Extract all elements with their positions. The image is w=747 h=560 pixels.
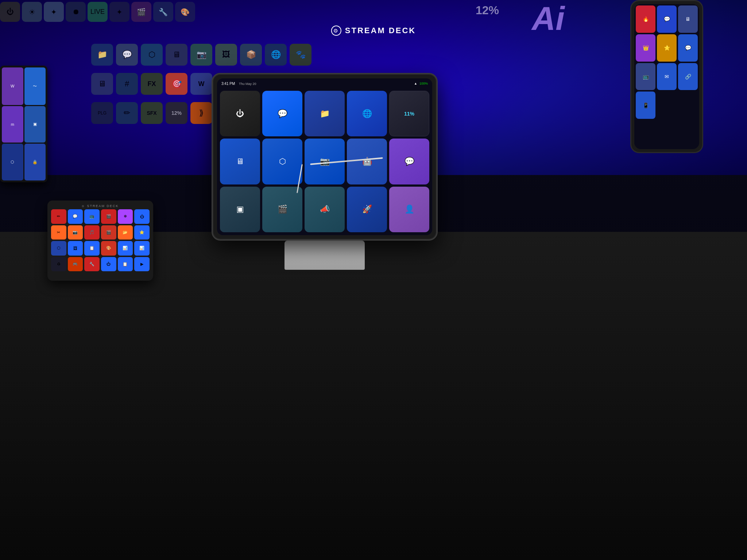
status-right: ▲ 100% — [414, 82, 428, 85]
bg-icon2-8: 🌐 — [265, 44, 287, 66]
bg-icons-row4: PLG ✏ SFX 12% ⟫ — [91, 102, 212, 124]
phone-btn-10[interactable]: 📱 — [636, 92, 655, 119]
ipad-btn-folder[interactable]: 📁 — [305, 91, 345, 136]
bg-icon2-4: 🖥 — [166, 44, 187, 66]
small-deck-logo-text: STREAM DECK — [87, 204, 119, 208]
small-deck-logo-icon: ⊙ — [82, 205, 85, 208]
small-deck-logo: ⊙ STREAM DECK — [51, 204, 150, 208]
ipad-btn-face[interactable]: 🤖 — [347, 139, 387, 184]
phone-btn-7[interactable]: 📺 — [636, 63, 655, 90]
bg-icons-row1: ⏻ ☀ ✦ ⏺ LIVE ✦ 🎬 🔧 🎨 — [0, 2, 195, 22]
small-btn-8[interactable]: 📷 — [68, 225, 83, 240]
left-device-grid: W 〜 m ▣ ⬡ 🔒 — [2, 67, 46, 180]
cpu-percent-label: 11% — [404, 111, 414, 117]
ipad-button-grid: ⏻ 💬 📁 🌐 11% 🖥 ⬡ 📷 🤖 💬 ▣ 🎬 📣 🚀 👤 — [220, 91, 429, 232]
phone-btn-2[interactable]: 💬 — [657, 5, 677, 33]
small-btn-22[interactable]: ⏻ — [101, 257, 116, 272]
phone-screen: 🔥 💬 🖥 👑 ⭐ 💬 📺 ✉ 🔗 📱 — [634, 4, 699, 149]
ipad-btn-rocket[interactable]: 🚀 — [347, 187, 387, 232]
ai-text-bg: Ai — [532, 0, 565, 38]
bg-icon2-2: 💬 — [116, 44, 138, 66]
ipad-btn-chat[interactable]: 💬 — [262, 91, 302, 136]
ipad-btn-cpu[interactable]: 11% — [389, 91, 429, 136]
percent-text-bg: 12% — [476, 4, 499, 17]
small-btn-9[interactable]: 🎵 — [84, 225, 100, 240]
ipad-btn-chat-purple[interactable]: 💬 — [389, 139, 429, 184]
bg-icon-sun: ☀ — [22, 2, 42, 22]
bg-icon3-1: 🖥 — [91, 73, 113, 95]
left-btn-5: ⬡ — [2, 144, 23, 180]
small-btn-14[interactable]: 🖼 — [68, 241, 83, 256]
phone-btn-1[interactable]: 🔥 — [636, 5, 655, 33]
small-btn-10[interactable]: 🎬 — [101, 225, 116, 240]
bg-icon4-5: ⟫ — [190, 102, 212, 124]
ipad-btn-film[interactable]: 🎬 — [262, 187, 302, 232]
phone-btn-3[interactable]: 🖥 — [678, 5, 698, 33]
bg-icon4-4: 12% — [166, 102, 187, 124]
bg-icon3-3: FX — [141, 73, 163, 95]
small-btn-18[interactable]: 📊 — [134, 241, 150, 256]
bg-icon4-1: PLG — [91, 102, 113, 124]
bg-icon2-9: 🐾 — [290, 44, 311, 66]
small-btn-5[interactable]: ❄ — [118, 209, 133, 224]
monitor-stream-deck-logo: ⊙ STREAM DECK — [331, 26, 416, 36]
bg-icon-record: ⏺ — [66, 2, 86, 22]
small-btn-2[interactable]: 💬 — [68, 209, 83, 224]
small-btn-16[interactable]: 🎨 — [101, 241, 116, 256]
left-device: W 〜 m ▣ ⬡ 🔒 — [0, 66, 47, 182]
phone-btn-5[interactable]: ⭐ — [657, 34, 677, 62]
ipad-statusbar: 3:41 PM Thu May 20 ▲ 100% — [217, 78, 432, 89]
phone-btn-9[interactable]: 🔗 — [678, 63, 698, 90]
bg-icon4-2: ✏ — [116, 102, 138, 124]
bg-icon2-7: 📦 — [240, 44, 262, 66]
phone-btn-8[interactable]: ✉ — [657, 63, 677, 90]
monitor-logo-text: STREAM DECK — [345, 26, 416, 35]
ipad-btn-power[interactable]: ⏻ — [220, 91, 260, 136]
small-btn-19[interactable]: ♻ — [51, 257, 66, 272]
small-btn-21[interactable]: 🔧 — [84, 257, 100, 272]
ipad-btn-globe[interactable]: 🌐 — [347, 91, 387, 136]
ipad-container: 3:41 PM Thu May 20 ▲ 100% ⚙ ⏻ 💬 📁 🌐 11% — [212, 73, 438, 241]
small-stream-deck: ⊙ STREAM DECK ✏ 💬 📺 🎬 ❄ ⏻ ✂ 📷 🎵 🎬 📂 ⭐ ⬡ … — [47, 201, 153, 281]
left-btn-3: m — [2, 106, 23, 143]
wifi-icon: ▲ — [414, 82, 417, 85]
left-btn-6: 🔒 — [24, 144, 46, 180]
small-btn-12[interactable]: ⭐ — [134, 225, 150, 240]
small-btn-1[interactable]: ✏ — [51, 209, 66, 224]
bg-icon-tool: 🔧 — [153, 2, 173, 22]
status-time: 3:41 PM — [221, 82, 235, 86]
bg-icon4-3: SFX — [141, 102, 163, 124]
bg-icon2-6: 🖼 — [215, 44, 237, 66]
small-btn-13[interactable]: ⬡ — [51, 241, 66, 256]
small-btn-3[interactable]: 📺 — [84, 209, 100, 224]
bg-icon-film: 🎬 — [131, 2, 151, 22]
ipad-btn-browser[interactable]: 🖥 — [220, 139, 260, 184]
small-btn-6[interactable]: ⏻ — [134, 209, 150, 224]
ipad-btn-panel[interactable]: ▣ — [220, 187, 260, 232]
small-btn-4[interactable]: 🎬 — [101, 209, 116, 224]
small-btn-20[interactable]: 🎮 — [68, 257, 83, 272]
battery-indicator: 100% — [419, 82, 428, 85]
ipad-stand-base — [285, 241, 365, 270]
small-btn-23[interactable]: 📋 — [118, 257, 133, 272]
bg-icon-power: ⏻ — [0, 2, 20, 22]
bg-icon3-5: W — [190, 73, 212, 95]
small-btn-7[interactable]: ✂ — [51, 225, 66, 240]
ipad-screen: 3:41 PM Thu May 20 ▲ 100% ⚙ ⏻ 💬 📁 🌐 11% — [217, 78, 432, 235]
phone-btn-4[interactable]: 👑 — [636, 34, 655, 62]
bg-icon-paint: 🎨 — [175, 2, 195, 22]
table-surface — [0, 232, 747, 560]
small-btn-17[interactable]: 📊 — [118, 241, 133, 256]
bg-icon3-4: 🎯 — [166, 73, 187, 95]
small-btn-11[interactable]: 📂 — [118, 225, 133, 240]
bg-icon3-2: # — [116, 73, 138, 95]
ipad-btn-cube[interactable]: ⬡ — [262, 139, 302, 184]
ipad-btn-megaphone[interactable]: 📣 — [305, 187, 345, 232]
small-btn-24[interactable]: ▶ — [134, 257, 150, 272]
ipad-btn-person[interactable]: 👤 — [389, 187, 429, 232]
bg-icon2-5: 📷 — [190, 44, 212, 66]
phone-btn-6[interactable]: 💬 — [678, 34, 698, 62]
small-btn-15[interactable]: 📋 — [84, 241, 100, 256]
status-date: Thu May 20 — [239, 82, 256, 86]
bg-icons-row2: 📁 💬 ⬡ 🖥 📷 🖼 📦 🌐 🐾 — [91, 44, 311, 66]
